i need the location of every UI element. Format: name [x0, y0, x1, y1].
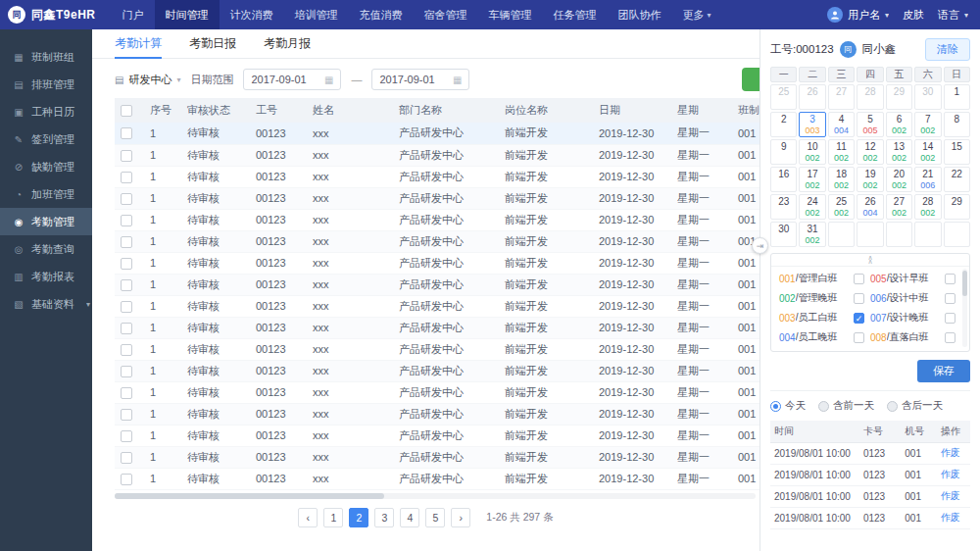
page-button-5[interactable]: 5: [425, 508, 445, 527]
row-checkbox[interactable]: [121, 452, 132, 464]
shift-item-004[interactable]: 004/员工晚班: [779, 327, 864, 347]
page-button-3[interactable]: 3: [374, 508, 394, 527]
calendar-day[interactable]: 20002: [886, 167, 912, 192]
calendar-day[interactable]: 31002: [799, 222, 825, 247]
save-button[interactable]: 保存: [917, 360, 970, 382]
panel-collapse-button[interactable]: ⇥: [752, 237, 768, 254]
table-row[interactable]: 1待审核00123xxx产品研发中心前端开发2019-12-30星期一001: [115, 209, 760, 230]
row-checkbox[interactable]: [121, 127, 132, 139]
calendar-day[interactable]: 6002: [886, 112, 912, 137]
calendar-day[interactable]: 25002: [828, 194, 855, 220]
calendar-day[interactable]: [914, 222, 941, 247]
row-checkbox[interactable]: [121, 344, 132, 356]
calendar-day[interactable]: 23: [770, 194, 797, 220]
prev-page-button[interactable]: ‹: [298, 508, 318, 527]
nav-item-培训管理[interactable]: 培训管理: [284, 0, 349, 29]
sidebar-item-考勤报表[interactable]: ▥考勤报表: [0, 263, 92, 290]
horizontal-scrollbar[interactable]: [115, 493, 756, 499]
calendar-day[interactable]: 22: [944, 167, 970, 192]
calendar-day[interactable]: 30: [770, 222, 797, 247]
row-checkbox[interactable]: [121, 366, 132, 377]
calendar-day[interactable]: 28: [857, 84, 883, 110]
collapse-shift-list-button[interactable]: ∧ ∧: [771, 254, 969, 267]
nav-item-车辆管理[interactable]: 车辆管理: [478, 0, 543, 29]
calendar-day[interactable]: 15: [944, 139, 970, 165]
scrollbar-thumb[interactable]: [115, 493, 384, 499]
table-row[interactable]: 1待审核00123xxx产品研发中心前端开发2019-12-30星期一001: [115, 403, 760, 425]
radio-今天[interactable]: 今天: [770, 399, 806, 413]
shift-checkbox[interactable]: [854, 293, 864, 304]
table-row[interactable]: 1待审核00123xxx产品研发中心前端开发2019-12-30星期一001: [115, 166, 760, 187]
radio-含后一天[interactable]: 含后一天: [887, 399, 943, 413]
calendar-day[interactable]: 8: [944, 112, 970, 137]
calendar-day[interactable]: 29: [944, 194, 970, 220]
row-checkbox[interactable]: [121, 258, 132, 270]
sidebar-item-签到管理[interactable]: ✎签到管理: [0, 125, 92, 153]
calendar-day[interactable]: 11002: [828, 139, 855, 165]
row-checkbox[interactable]: [121, 301, 132, 313]
calendar-day[interactable]: 12002: [857, 139, 883, 165]
table-row[interactable]: 1待审核00123xxx产品研发中心前端开发2019-12-30星期一001: [115, 252, 760, 274]
table-row[interactable]: 1待审核00123xxx产品研发中心前端开发2019-12-30星期一001: [115, 338, 760, 360]
calendar-day[interactable]: 3003: [799, 112, 825, 137]
calendar-day[interactable]: 26004: [857, 194, 883, 220]
void-link[interactable]: 作废: [941, 469, 960, 479]
table-row[interactable]: 1待审核00123xxx产品研发中心前端开发2019-12-30星期一001: [115, 425, 760, 446]
sidebar-item-基础资料[interactable]: ▧基础资料▾: [0, 290, 92, 318]
void-link[interactable]: 作废: [941, 512, 960, 523]
skin-button[interactable]: 皮肤: [903, 8, 924, 23]
sidebar-item-工种日历[interactable]: ▣工种日历: [0, 98, 92, 125]
shift-checkbox[interactable]: [854, 274, 864, 284]
calendar-day[interactable]: 13002: [886, 139, 912, 165]
void-link[interactable]: 作废: [941, 490, 960, 501]
calendar-day[interactable]: 25: [770, 84, 797, 110]
calendar-day[interactable]: 24002: [799, 194, 825, 220]
shift-checkbox[interactable]: [945, 293, 956, 304]
calendar-day[interactable]: 18002: [828, 167, 855, 192]
department-select[interactable]: ▤ 研发中心 ▾: [115, 73, 180, 87]
shift-checkbox[interactable]: [945, 313, 956, 324]
calendar-day[interactable]: [857, 222, 883, 247]
shift-item-005[interactable]: 005/设计早班: [870, 269, 956, 288]
row-checkbox[interactable]: [121, 193, 132, 205]
calendar-day[interactable]: [944, 222, 970, 247]
shift-checkbox[interactable]: ✓: [854, 313, 864, 324]
table-row[interactable]: 1待审核00123xxx产品研发中心前端开发2019-12-30星期一001: [115, 144, 760, 166]
calendar-day[interactable]: 21006: [914, 167, 941, 192]
calendar-day[interactable]: 1: [944, 84, 970, 110]
shift-item-003[interactable]: 003/员工白班✓: [779, 308, 864, 327]
table-row[interactable]: 1待审核00123xxx产品研发中心前端开发2019-12-30星期一001: [115, 317, 760, 338]
tab-考勤月报[interactable]: 考勤月报: [264, 29, 311, 59]
shift-item-002[interactable]: 002/管理晚班: [779, 288, 864, 308]
nav-item-门户[interactable]: 门户: [112, 0, 155, 29]
table-row[interactable]: 1待审核00123xxx产品研发中心前端开发2019-12-30星期一001: [115, 187, 760, 209]
calendar-day[interactable]: 19002: [857, 167, 883, 192]
next-page-button[interactable]: ›: [451, 508, 470, 527]
calendar-day[interactable]: 27: [828, 84, 855, 110]
table-row[interactable]: 1待审核00123xxx产品研发中心前端开发2019-12-30星期一001: [115, 468, 760, 489]
query-button-clipped[interactable]: [742, 68, 760, 91]
nav-item-宿舍管理[interactable]: 宿舍管理: [414, 0, 478, 29]
nav-item-充值消费[interactable]: 充值消费: [349, 0, 414, 29]
row-checkbox[interactable]: [121, 172, 132, 183]
page-button-2[interactable]: 2: [349, 508, 368, 527]
calendar-day[interactable]: 30: [914, 84, 941, 110]
clear-button[interactable]: 清除: [925, 38, 970, 61]
row-checkbox[interactable]: [121, 474, 132, 485]
nav-item-任务管理[interactable]: 任务管理: [543, 0, 608, 29]
sidebar-item-考勤查询[interactable]: ◎考勤查询: [0, 235, 92, 263]
tab-考勤计算[interactable]: 考勤计算: [115, 29, 162, 59]
calendar-day[interactable]: 26: [799, 84, 825, 110]
select-all-checkbox[interactable]: [121, 105, 132, 117]
table-row[interactable]: 1待审核00123xxx产品研发中心前端开发2019-12-30星期一001: [115, 360, 760, 381]
row-checkbox[interactable]: [121, 323, 132, 334]
calendar-day[interactable]: 4004: [828, 112, 855, 137]
table-row[interactable]: 1待审核00123xxx产品研发中心前端开发2019-12-30星期一001: [115, 230, 760, 252]
table-row[interactable]: 1待审核00123xxx产品研发中心前端开发2019-12-30星期一001: [115, 446, 760, 468]
date-to-input[interactable]: 2017-09-01 ▦: [371, 69, 469, 90]
shift-item-001[interactable]: 001/管理白班: [779, 269, 864, 288]
page-button-4[interactable]: 4: [400, 508, 419, 527]
table-row[interactable]: 1待审核00123xxx产品研发中心前端开发2019-12-30星期一001: [115, 295, 760, 317]
calendar-day[interactable]: [828, 222, 855, 247]
sidebar-item-考勤管理[interactable]: ◉考勤管理: [0, 208, 92, 235]
